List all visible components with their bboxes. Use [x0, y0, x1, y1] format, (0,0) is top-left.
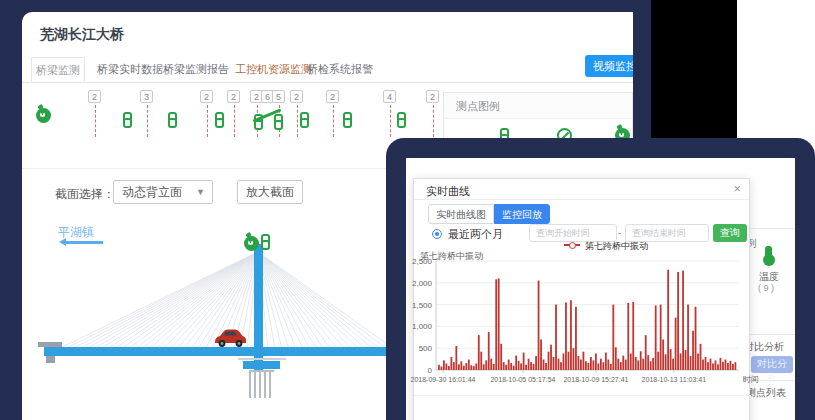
- measure-point-list-header: 测点列表: [746, 386, 786, 400]
- close-icon[interactable]: ×: [733, 182, 741, 196]
- car-image: [212, 326, 248, 350]
- svg-text:1,500: 1,500: [412, 301, 433, 310]
- svg-text:1,000: 1,000: [412, 322, 433, 331]
- thermometer-icon[interactable]: [765, 246, 772, 259]
- black-region: [651, 0, 740, 148]
- bridge-expansion-joint: [238, 358, 286, 360]
- overlay-window-content: 测点图例 温度 ( 9 ) 对比分析 对比分析 测点列表 实时曲线 × 实时曲线…: [406, 158, 795, 420]
- modal-title: 实时曲线: [426, 184, 470, 199]
- svg-text:500: 500: [419, 344, 433, 353]
- realtime-curve-modal: 实时曲线 × 实时曲线图 监控回放 最近两个月 - 查询 第七跨桥中振动 第七跨…: [413, 178, 750, 420]
- svg-text:2018-09-30 16:01:44: 2018-09-30 16:01:44: [410, 376, 475, 383]
- bridge-piles: [249, 370, 274, 398]
- temperature-count: ( 9 ): [758, 283, 774, 293]
- left-arrow-icon: [63, 241, 103, 244]
- svg-text:时间: 时间: [743, 375, 759, 384]
- tab-realtime-curve[interactable]: 实时曲线图: [428, 204, 494, 224]
- link-icon[interactable]: [261, 234, 271, 250]
- divider: [414, 395, 751, 396]
- compare-analysis-button[interactable]: 对比分析: [751, 356, 793, 373]
- recent-two-months-radio[interactable]: [432, 229, 442, 239]
- svg-text:2018-10-13 11:03:41: 2018-10-13 11:03:41: [642, 376, 707, 383]
- gauge-icon[interactable]: [244, 236, 259, 251]
- modal-header: 实时曲线 ×: [414, 179, 749, 200]
- legend-series-label: 第七跨桥中振动: [585, 240, 648, 253]
- temperature-label: 温度: [759, 270, 779, 284]
- vibration-bar-chart: 05001,0001,5002,0002,5002018-09-30 16:01…: [414, 257, 751, 397]
- date-range-separator: -: [618, 227, 621, 238]
- svg-text:0: 0: [428, 366, 433, 375]
- svg-text:2,500: 2,500: [412, 257, 433, 266]
- legend-marker-icon: [564, 244, 580, 246]
- bridge-pier-cap: [243, 361, 280, 369]
- tab-monitor-playback[interactable]: 监控回放: [494, 204, 550, 224]
- query-button[interactable]: 查询: [713, 224, 747, 242]
- recent-two-months-label: 最近两个月: [448, 227, 503, 242]
- overlay-window-frame: 测点图例 温度 ( 9 ) 对比分析 对比分析 测点列表 实时曲线 × 实时曲线…: [386, 138, 815, 420]
- white-region: [737, 0, 815, 160]
- svg-text:2,000: 2,000: [412, 279, 433, 288]
- svg-text:2018-10-05 05:17:54: 2018-10-05 05:17:54: [490, 376, 555, 383]
- svg-text:2018-10-09 15:27:41: 2018-10-09 15:27:41: [563, 376, 628, 383]
- desktop-background: 芜湖长江大桥 桥梁监测 桥梁实时数据 桥梁监测报告 工控机资源监测 桥检系统报警…: [0, 0, 815, 420]
